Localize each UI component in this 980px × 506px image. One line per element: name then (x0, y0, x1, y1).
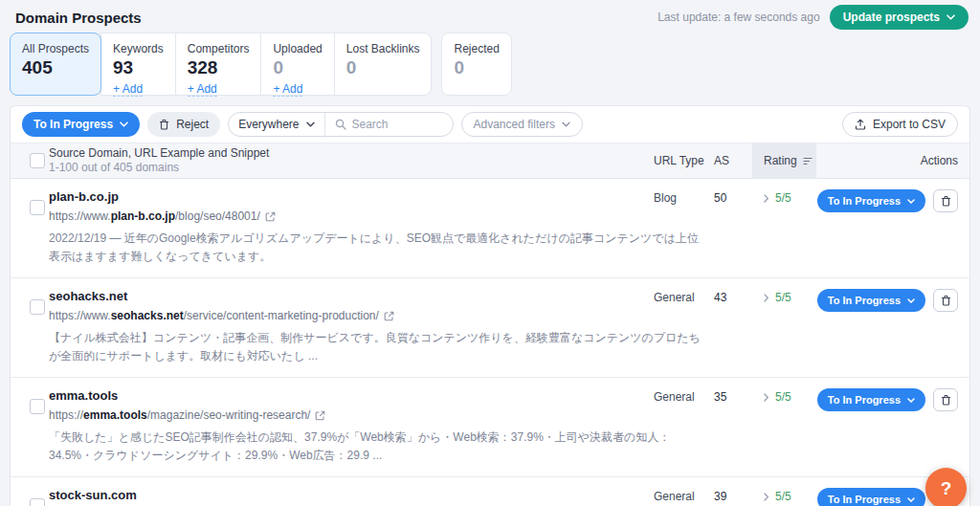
tab-label: Keywords (113, 42, 164, 55)
url-path: /service/content-marketing-production/ (184, 309, 379, 322)
tab-label: All Prospects (22, 42, 89, 55)
url-domain: plan-b.co.jp (111, 209, 175, 223)
tab-count: 405 (22, 57, 89, 78)
domain-link[interactable]: plan-b.co.jp (49, 189, 654, 205)
url-domain: seohacks.net (111, 309, 184, 322)
select-all-checkbox[interactable] (30, 153, 45, 168)
row-delete-button[interactable] (933, 289, 958, 312)
url-prefix: https://www. (49, 209, 111, 223)
expand-rating-icon[interactable] (764, 194, 769, 203)
prospect-tab[interactable]: Competitors 328 + Add (175, 33, 262, 96)
add-link[interactable]: + Add (113, 83, 143, 97)
prospect-tabs: All Prospects 405 Keywords 93 + Add Comp… (0, 33, 980, 96)
bulk-status-button[interactable]: To In Progress (22, 112, 140, 137)
table-row: emma.tools https://emma.tools/magazine/s… (11, 378, 969, 477)
update-prospects-button[interactable]: Update prospects (830, 5, 969, 30)
add-link[interactable]: + Add (188, 83, 217, 97)
tab-label: Rejected (454, 42, 499, 55)
rating-value: 5/5 (775, 490, 791, 503)
tab-count: 0 (454, 57, 499, 78)
prospect-tab[interactable]: All Prospects 405 (10, 33, 101, 96)
row-status-button[interactable]: To In Progress (817, 488, 925, 506)
tab-label: Lost Backlinks (346, 42, 420, 55)
rating-value: 5/5 (775, 390, 791, 404)
external-link-icon[interactable] (384, 311, 394, 321)
sort-desc-icon (803, 157, 813, 165)
column-source-domain: Source Domain, URL Example and Snippet (49, 146, 654, 161)
prospect-tab[interactable]: Lost Backlinks 0 (334, 33, 433, 96)
row-status-button[interactable]: To In Progress (817, 289, 925, 312)
domain-link[interactable]: emma.tools (49, 388, 654, 404)
row-status-label: To In Progress (828, 394, 901, 406)
column-as[interactable]: AS (714, 143, 752, 178)
url-text: https://www.seohacks.net/service/content… (49, 309, 379, 323)
row-checkbox[interactable] (30, 200, 45, 215)
expand-rating-icon[interactable] (764, 493, 769, 501)
column-actions: Actions (816, 143, 969, 178)
expand-rating-icon[interactable] (764, 393, 769, 402)
row-status-button[interactable]: To In Progress (817, 189, 925, 212)
reject-label: Reject (176, 118, 209, 131)
row-status-button[interactable]: To In Progress (817, 388, 925, 411)
row-status-label: To In Progress (828, 195, 901, 207)
url-line: https://www.seohacks.net/service/content… (49, 309, 654, 323)
prospect-tab[interactable]: Uploaded 0 + Add (260, 33, 334, 96)
search-scope-label: Everywhere (238, 118, 299, 131)
search-input[interactable] (352, 118, 443, 131)
column-rating-sort[interactable]: Rating (752, 143, 816, 178)
chevron-down-icon (907, 497, 915, 502)
external-link-icon[interactable] (265, 211, 276, 222)
page-title: Domain Prospects (15, 10, 142, 26)
row-delete-button[interactable] (933, 189, 958, 212)
row-checkbox[interactable] (30, 299, 45, 315)
help-button[interactable]: ? (925, 468, 967, 506)
row-checkbox[interactable] (30, 498, 45, 506)
as-value: 43 (714, 289, 752, 365)
tab-count: 0 (273, 57, 322, 78)
chevron-down-icon (947, 14, 955, 20)
reject-button[interactable]: Reject (147, 112, 220, 137)
prospect-tab[interactable]: Keywords 93 + Add (100, 33, 176, 96)
prospects-panel: To In Progress Reject Everywhere Advance… (10, 105, 970, 506)
expand-rating-icon[interactable] (764, 294, 769, 302)
export-csv-button[interactable]: Export to CSV (842, 112, 958, 137)
prospect-tab[interactable]: Rejected 0 (441, 33, 511, 96)
chevron-down-icon (907, 298, 915, 303)
trash-icon (159, 119, 169, 130)
search-icon (335, 119, 346, 130)
url-type-value: General (654, 388, 714, 465)
bulk-status-label: To In Progress (33, 118, 113, 131)
advanced-filters-button[interactable]: Advanced filters (461, 112, 583, 137)
as-value: 50 (714, 189, 752, 266)
snippet-text: 【ナイル株式会社】コンテンツ・記事企画、制作サービスです。良質なコンテンツ作りを… (49, 329, 706, 365)
row-status-label: To In Progress (828, 295, 901, 306)
export-icon (855, 119, 866, 130)
row-delete-button[interactable] (933, 388, 958, 411)
last-update-text: Last update: a few seconds ago (657, 11, 819, 24)
row-checkbox[interactable] (30, 399, 45, 414)
url-prefix: https:// (49, 408, 83, 422)
url-type-value: Blog (654, 189, 714, 266)
url-line: https://emma.tools/magazine/seo-writing-… (49, 408, 654, 423)
as-value: 35 (714, 388, 752, 465)
search-scope-select[interactable]: Everywhere (229, 113, 324, 136)
update-prospects-label: Update prospects (843, 11, 940, 24)
external-link-icon[interactable] (315, 410, 325, 421)
tab-label: Uploaded (273, 42, 322, 55)
table-body: plan-b.co.jp https://www.plan-b.co.jp/bl… (11, 179, 969, 506)
page-header: Domain Prospects Last update: a few seco… (0, 0, 980, 33)
url-prefix: https://www. (49, 309, 111, 322)
tab-count: 93 (113, 57, 164, 78)
search-control: Everywhere (228, 112, 453, 137)
url-text: https://emma.tools/magazine/seo-writing-… (49, 408, 310, 423)
tab-count: 0 (346, 57, 420, 78)
rating-value: 5/5 (775, 291, 791, 304)
domain-link[interactable]: stock-sun.com (49, 488, 654, 503)
export-csv-label: Export to CSV (873, 118, 946, 131)
table-row: seohacks.net https://www.seohacks.net/se… (11, 278, 969, 378)
table-header: Source Domain, URL Example and Snippet 1… (11, 143, 969, 179)
url-path: /magazine/seo-writing-research/ (147, 408, 311, 422)
url-type-value: General (654, 289, 714, 365)
add-link[interactable]: + Add (273, 83, 302, 97)
domain-link[interactable]: seohacks.net (49, 289, 654, 304)
